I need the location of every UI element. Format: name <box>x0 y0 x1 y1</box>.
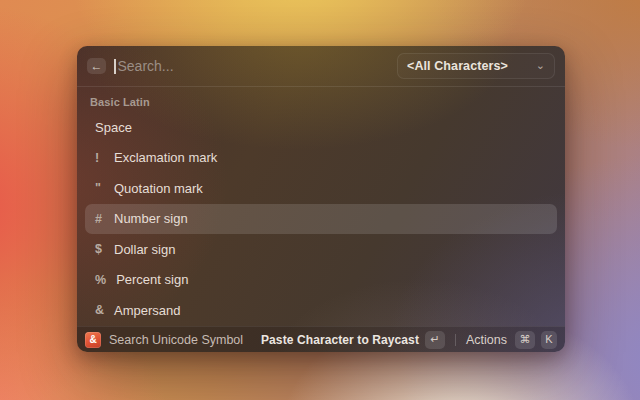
list-item[interactable]: $ Dollar sign <box>85 234 557 265</box>
list-item[interactable]: Space <box>85 112 557 143</box>
primary-action-label[interactable]: Paste Character to Raycast <box>261 333 419 347</box>
symbol-name: Ampersand <box>114 303 180 318</box>
list-item[interactable]: # Number sign <box>85 204 557 235</box>
list-item[interactable]: & Ampersand <box>85 295 557 326</box>
extension-name: Search Unicode Symbol <box>109 333 243 347</box>
symbol-name: Dollar sign <box>114 242 175 257</box>
symbol-glyph: & <box>95 303 104 317</box>
symbol-glyph: % <box>95 273 106 287</box>
raycast-window: ← <All Characters> ⌄ Basic Latin Space !… <box>77 46 565 352</box>
symbol-name: Space <box>95 120 132 135</box>
search-bar: ← <All Characters> ⌄ <box>77 46 565 87</box>
action-bar: & Search Unicode Symbol Paste Character … <box>77 326 565 352</box>
symbol-name: Percent sign <box>116 272 188 287</box>
text-caret <box>114 59 116 74</box>
search-input[interactable] <box>118 58 398 74</box>
symbol-glyph: " <box>95 181 104 195</box>
return-key-icon: ↵ <box>425 331 445 349</box>
list-item[interactable]: ! Exclamation mark <box>85 143 557 174</box>
footer-divider <box>455 334 456 346</box>
symbol-name: Exclamation mark <box>114 150 217 165</box>
extension-icon-glyph: & <box>89 335 96 345</box>
symbol-glyph: ! <box>95 151 104 165</box>
dropdown-selected-value: <All Characters> <box>407 59 508 73</box>
symbol-name: Number sign <box>114 211 188 226</box>
command-key-icon: ⌘ <box>515 331 535 349</box>
back-button[interactable]: ← <box>87 58 106 74</box>
symbol-name: Quotation mark <box>114 181 203 196</box>
list-item[interactable]: " Quotation mark <box>85 173 557 204</box>
character-set-dropdown[interactable]: <All Characters> ⌄ <box>397 53 555 79</box>
actions-button[interactable]: Actions <box>466 333 507 347</box>
list-item[interactable]: % Percent sign <box>85 265 557 296</box>
extension-icon: & <box>85 332 101 348</box>
results-panel: Basic Latin Space ! Exclamation mark " Q… <box>77 87 565 326</box>
back-arrow-icon: ← <box>91 60 103 72</box>
chevron-down-icon: ⌄ <box>536 60 545 71</box>
symbol-glyph: $ <box>95 242 104 256</box>
symbol-list: Space ! Exclamation mark " Quotation mar… <box>85 112 557 326</box>
k-key-icon: K <box>541 331 557 349</box>
symbol-glyph: # <box>95 212 104 226</box>
section-header: Basic Latin <box>85 87 557 112</box>
